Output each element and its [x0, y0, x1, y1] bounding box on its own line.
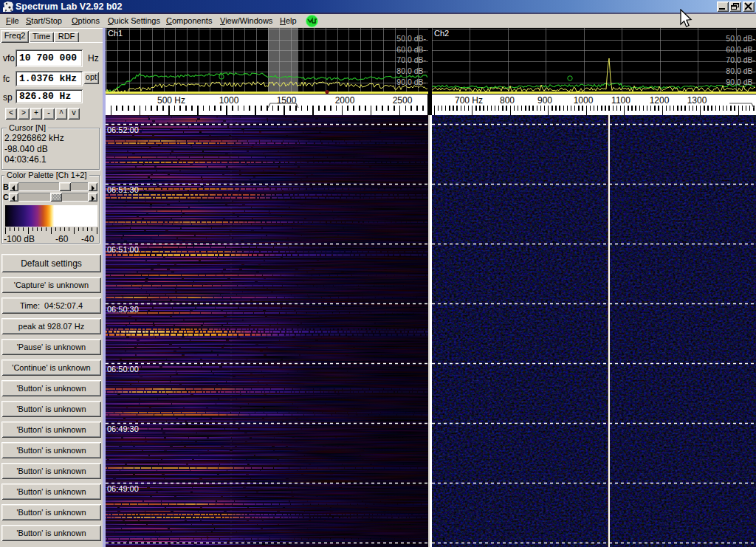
svg-text:900: 900 [537, 95, 552, 106]
svg-text:60.0 dB-: 60.0 dB- [396, 45, 426, 54]
svg-text:06:49:30: 06:49:30 [107, 424, 139, 433]
svg-text:Ch2: Ch2 [434, 29, 449, 38]
svg-text:06:49:00: 06:49:00 [107, 484, 139, 493]
svg-text:50.0 dB-: 50.0 dB- [396, 34, 426, 43]
svg-text:Ch1: Ch1 [108, 29, 123, 38]
svg-text:60.0 dB-: 60.0 dB- [726, 45, 755, 54]
svg-text:06:52:00: 06:52:00 [107, 125, 139, 134]
svg-text:1200: 1200 [650, 95, 670, 106]
svg-text:06:51:00: 06:51:00 [107, 245, 139, 254]
svg-text:2500: 2500 [393, 95, 413, 106]
svg-text:50.0 dB-: 50.0 dB- [726, 34, 755, 43]
svg-text:700 Hz: 700 Hz [455, 95, 483, 106]
svg-text:1300: 1300 [687, 95, 707, 106]
svg-text:70.0 dB-: 70.0 dB- [726, 55, 755, 64]
svg-text:1500: 1500 [277, 95, 297, 106]
svg-text:06:51:30: 06:51:30 [107, 185, 139, 194]
svg-text:80.0 dB-: 80.0 dB- [396, 66, 426, 75]
svg-text:90.0 dB-: 90.0 dB- [726, 78, 755, 86]
svg-text:2000: 2000 [335, 95, 355, 106]
svg-text:1100: 1100 [611, 95, 630, 106]
svg-text:90.0 dB-: 90.0 dB- [396, 78, 426, 86]
svg-text:06:50:30: 06:50:30 [107, 305, 139, 314]
svg-text:1000: 1000 [219, 95, 239, 106]
svg-text:06:50:00: 06:50:00 [107, 365, 139, 374]
svg-text:80.0 dB-: 80.0 dB- [726, 66, 755, 75]
svg-text:70.0 dB-: 70.0 dB- [396, 55, 426, 64]
svg-text:800: 800 [500, 95, 515, 106]
svg-text:1000: 1000 [574, 95, 594, 106]
svg-text:500 Hz: 500 Hz [157, 95, 185, 106]
